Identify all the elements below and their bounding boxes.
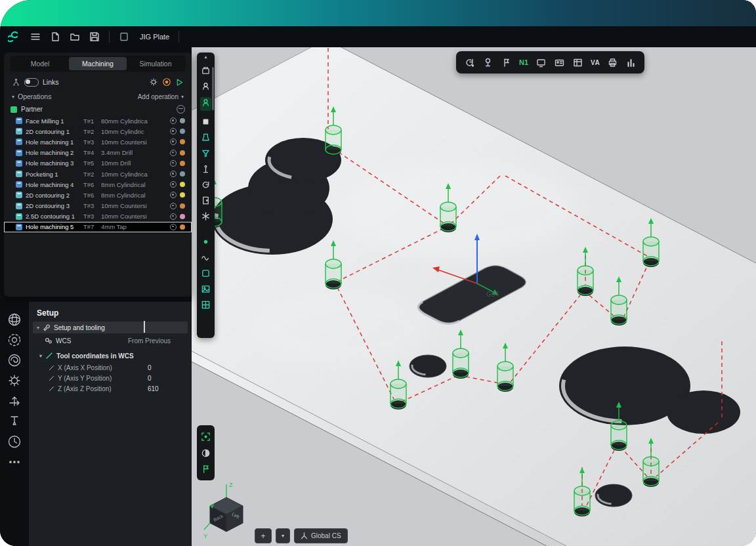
add-operation-button[interactable]: Add operation ▾: [138, 93, 184, 100]
visibility-toggle-icon[interactable]: [170, 138, 177, 145]
globe-icon[interactable]: [7, 312, 22, 327]
printer-icon[interactable]: [607, 57, 618, 68]
operation-row[interactable]: Face Milling 1 T#1 80mm Cylindrica: [4, 116, 192, 126]
new-file-icon[interactable]: [50, 32, 60, 42]
tab[interactable]: Model: [11, 57, 69, 70]
tool-coordinates-header[interactable]: ▾ Tool coordinates in WCS: [29, 347, 192, 362]
sync-icon[interactable]: [464, 57, 475, 68]
visibility-toggle-icon[interactable]: [170, 181, 177, 188]
visibility-toggle-icon[interactable]: [170, 203, 177, 209]
wcs-row[interactable]: WCS From Previous: [29, 333, 192, 347]
funnel-icon[interactable]: [201, 148, 211, 158]
tool-icon[interactable]: [7, 414, 22, 429]
add-cs-button[interactable]: +: [255, 528, 272, 543]
cs-axes-icon: [301, 532, 308, 539]
operation-type-icon: [16, 192, 22, 198]
gear-icon[interactable]: [7, 373, 22, 388]
visibility-toggle-icon[interactable]: [170, 171, 177, 177]
operation-row[interactable]: 2D contouring 1 T#2 10mm Cylindric: [4, 126, 192, 136]
more-icon[interactable]: [7, 455, 22, 469]
operation-tool-description: 10mm Cylindric: [101, 128, 169, 135]
visibility-toggle-icon[interactable]: [170, 160, 177, 167]
probe-icon[interactable]: [201, 164, 211, 174]
view-cube[interactable]: Z Back Left Y: [202, 479, 256, 546]
time-icon[interactable]: [7, 434, 22, 449]
visibility-toggle-icon[interactable]: [170, 192, 177, 198]
plane-icon[interactable]: [201, 268, 211, 278]
cs-dropdown-button[interactable]: ▾: [276, 528, 290, 543]
toolbar-scrollbar[interactable]: [212, 67, 214, 110]
visibility-toggle-icon[interactable]: [170, 117, 177, 124]
scene-canvas[interactable]: G54: [192, 47, 756, 546]
partner-group-icon: [10, 106, 17, 113]
n1-label[interactable]: N1: [519, 58, 528, 66]
settings-gear-icon[interactable]: [149, 77, 158, 87]
operations-header[interactable]: ▾ Operations Add operation ▾: [4, 90, 192, 102]
operation-row[interactable]: Hole machining 1 T#3 10mm Countersi: [4, 136, 192, 147]
axes-icon[interactable]: [7, 394, 22, 408]
holder-icon[interactable]: [501, 57, 512, 68]
setup-and-tooling-section[interactable]: ▾ Setup and tooling: [33, 322, 188, 333]
open-file-icon[interactable]: [70, 32, 80, 42]
stats-icon[interactable]: [625, 57, 637, 68]
id-card-icon[interactable]: [554, 57, 565, 68]
visibility-toggle-icon[interactable]: [170, 128, 177, 135]
operation-row[interactable]: Hole machining 2 T#4 3.4mm Drill: [4, 148, 192, 158]
coordinate-row[interactable]: Z (Axis Z Position) 610: [29, 383, 192, 394]
coordinate-row[interactable]: Y (Axis Y Position) 0: [29, 373, 192, 383]
viewport-3d[interactable]: G54: [192, 47, 756, 546]
operation-tool-number: T#1: [83, 117, 101, 125]
collapse-group-icon[interactable]: [177, 105, 185, 114]
panel-scrollbar[interactable]: [144, 321, 145, 333]
global-cs-button[interactable]: Global CS: [294, 528, 348, 543]
va-label[interactable]: VA: [591, 59, 600, 66]
operation-row[interactable]: Hole machining 5 T#7 4mm Tap: [4, 222, 192, 232]
spindle-icon[interactable]: [201, 81, 211, 91]
visibility-toggle-icon[interactable]: [170, 150, 177, 156]
coolant-icon[interactable]: [201, 211, 211, 221]
machining-toolbar: N1 VA: [456, 51, 644, 74]
machine-icon[interactable]: [201, 66, 211, 75]
tab[interactable]: Simulation: [127, 57, 184, 70]
swirl-icon[interactable]: [7, 353, 22, 368]
frame-icon[interactable]: [201, 432, 211, 442]
setup-icon[interactable]: [201, 98, 211, 108]
point-icon[interactable]: [201, 237, 211, 247]
shading-icon[interactable]: [201, 448, 211, 458]
spline-icon[interactable]: [201, 253, 211, 262]
titlebar-separator-2: [178, 31, 179, 43]
operation-row[interactable]: 2D contouring 3 T#3 10mm Countersi: [4, 201, 192, 211]
operation-group-row[interactable]: Partner: [4, 102, 192, 116]
stock-icon[interactable]: [201, 117, 211, 127]
operation-row[interactable]: 2D contouring 2 T#6 8mm Cylindrical: [4, 190, 192, 200]
status-color-dot: [180, 118, 185, 123]
operation-row[interactable]: Pocketing 1 T#2 10mm Cylindrica: [4, 169, 192, 179]
operation-tool-number: T#6: [83, 192, 101, 199]
target-icon[interactable]: [162, 77, 171, 87]
operation-row[interactable]: Hole machining 3 T#5 10mm Drill: [4, 158, 192, 169]
status-color-dot: [180, 224, 185, 230]
stock-sphere-icon[interactable]: [7, 333, 22, 347]
save-icon[interactable]: [89, 32, 100, 42]
coordinate-row[interactable]: X (Axis X Position) 0: [29, 362, 192, 373]
mesh-icon[interactable]: [201, 300, 211, 310]
fixture-icon[interactable]: [201, 133, 211, 142]
operation-type-icon: [16, 128, 22, 135]
visibility-toggle-icon[interactable]: [170, 213, 177, 220]
links-toggle[interactable]: [24, 78, 39, 87]
door-icon[interactable]: [201, 196, 211, 205]
sheet-icon[interactable]: [572, 57, 583, 68]
texture-icon[interactable]: [201, 284, 211, 294]
monitor-icon[interactable]: [536, 57, 547, 68]
tab[interactable]: Machining: [69, 57, 127, 70]
rotary-icon[interactable]: [201, 180, 211, 190]
operation-row[interactable]: 2.5D contouring 1 T#3 10mm Countersi: [4, 211, 192, 222]
run-icon[interactable]: [175, 78, 184, 87]
flag-icon[interactable]: [201, 464, 211, 474]
operation-row[interactable]: Hole machining 4 T#6 8mm Cylindrical: [4, 179, 192, 190]
menu-icon[interactable]: [30, 32, 41, 42]
scroll-up-icon[interactable]: ▴: [204, 54, 207, 60]
visibility-toggle-icon[interactable]: [170, 224, 177, 230]
app-window: JIG Plate: [0, 0, 756, 546]
probe-icon[interactable]: [482, 57, 494, 68]
